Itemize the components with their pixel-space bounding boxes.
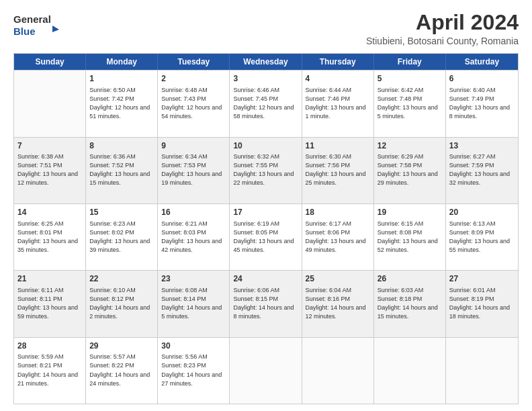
day-number: 2 (161, 73, 226, 85)
calendar-cell: 2Sunrise: 6:48 AM Sunset: 7:43 PM Daylig… (158, 71, 230, 136)
day-number: 3 (233, 73, 298, 85)
calendar-header-day: Wednesday (230, 54, 302, 70)
day-info: Sunrise: 6:27 AM Sunset: 7:59 PM Dayligh… (449, 152, 515, 187)
day-info: Sunrise: 6:32 AM Sunset: 7:55 PM Dayligh… (233, 152, 298, 187)
header: GeneralBlue April 2024 Stiubieni, Botosa… (13, 11, 519, 46)
calendar-cell: 6Sunrise: 6:40 AM Sunset: 7:49 PM Daylig… (446, 71, 518, 136)
day-info: Sunrise: 5:59 AM Sunset: 8:21 PM Dayligh… (17, 353, 82, 387)
day-info: Sunrise: 6:03 AM Sunset: 8:18 PM Dayligh… (378, 286, 442, 321)
day-info: Sunrise: 6:25 AM Sunset: 8:01 PM Dayligh… (17, 220, 82, 255)
calendar-cell: 17Sunrise: 6:19 AM Sunset: 8:05 PM Dayli… (230, 204, 302, 270)
calendar-cell: 20Sunrise: 6:13 AM Sunset: 8:09 PM Dayli… (446, 204, 518, 270)
logo-svg: GeneralBlue (13, 11, 67, 38)
day-info: Sunrise: 6:19 AM Sunset: 8:05 PM Dayligh… (233, 220, 298, 255)
day-number: 25 (306, 273, 370, 285)
day-number: 30 (161, 340, 226, 352)
calendar-header-row: SundayMondayTuesdayWednesdayThursdayFrid… (14, 54, 518, 70)
day-number: 24 (233, 273, 298, 285)
day-info: Sunrise: 6:50 AM Sunset: 7:42 PM Dayligh… (89, 86, 154, 121)
day-info: Sunrise: 6:29 AM Sunset: 7:58 PM Dayligh… (378, 152, 442, 187)
day-number: 26 (378, 273, 442, 285)
day-number: 6 (449, 73, 515, 85)
day-info: Sunrise: 6:42 AM Sunset: 7:48 PM Dayligh… (378, 86, 442, 121)
day-info: Sunrise: 5:56 AM Sunset: 8:23 PM Dayligh… (161, 353, 226, 387)
day-info: Sunrise: 6:15 AM Sunset: 8:08 PM Dayligh… (378, 220, 442, 255)
day-info: Sunrise: 6:40 AM Sunset: 7:49 PM Dayligh… (449, 86, 515, 121)
day-info: Sunrise: 5:57 AM Sunset: 8:22 PM Dayligh… (89, 353, 154, 387)
calendar-body: 1Sunrise: 6:50 AM Sunset: 7:42 PM Daylig… (14, 70, 518, 404)
calendar-cell: 3Sunrise: 6:46 AM Sunset: 7:45 PM Daylig… (230, 71, 302, 136)
day-info: Sunrise: 6:17 AM Sunset: 8:06 PM Dayligh… (306, 220, 370, 255)
calendar-cell: 24Sunrise: 6:06 AM Sunset: 8:15 PM Dayli… (230, 271, 302, 336)
day-number: 20 (449, 207, 515, 218)
day-number: 16 (161, 207, 226, 218)
day-number: 19 (378, 207, 442, 218)
calendar-cell: 25Sunrise: 6:04 AM Sunset: 8:16 PM Dayli… (302, 271, 374, 336)
calendar-cell (446, 338, 518, 404)
day-number: 18 (306, 207, 370, 218)
day-info: Sunrise: 6:06 AM Sunset: 8:15 PM Dayligh… (233, 286, 298, 321)
calendar-header-day: Friday (374, 54, 446, 70)
logo: GeneralBlue (13, 11, 67, 38)
calendar-header-day: Sunday (14, 54, 86, 70)
day-info: Sunrise: 6:23 AM Sunset: 8:02 PM Dayligh… (89, 220, 154, 255)
day-number: 9 (161, 140, 226, 152)
day-number: 23 (161, 273, 226, 285)
day-info: Sunrise: 6:46 AM Sunset: 7:45 PM Dayligh… (233, 86, 298, 121)
day-number: 11 (306, 140, 370, 152)
day-info: Sunrise: 6:13 AM Sunset: 8:09 PM Dayligh… (449, 220, 515, 255)
calendar-header-day: Monday (86, 54, 158, 70)
day-number: 22 (89, 273, 154, 285)
day-number: 29 (89, 340, 154, 352)
calendar-week: 7Sunrise: 6:38 AM Sunset: 7:51 PM Daylig… (14, 137, 518, 203)
svg-text:General: General (13, 13, 51, 25)
day-number: 15 (89, 207, 154, 218)
day-info: Sunrise: 6:10 AM Sunset: 8:12 PM Dayligh… (89, 286, 154, 321)
calendar-header-day: Saturday (446, 54, 518, 70)
day-number: 13 (449, 140, 515, 152)
calendar-cell: 15Sunrise: 6:23 AM Sunset: 8:02 PM Dayli… (86, 204, 158, 270)
calendar: SundayMondayTuesdayWednesdayThursdayFrid… (13, 53, 519, 404)
day-number: 27 (449, 273, 515, 285)
day-info: Sunrise: 6:30 AM Sunset: 7:56 PM Dayligh… (306, 152, 370, 187)
title-block: April 2024 Stiubieni, Botosani County, R… (366, 11, 519, 46)
calendar-header-day: Thursday (302, 54, 374, 70)
day-info: Sunrise: 6:01 AM Sunset: 8:19 PM Dayligh… (449, 286, 515, 321)
day-info: Sunrise: 6:38 AM Sunset: 7:51 PM Dayligh… (17, 152, 82, 187)
day-info: Sunrise: 6:48 AM Sunset: 7:43 PM Dayligh… (161, 86, 226, 121)
calendar-week: 1Sunrise: 6:50 AM Sunset: 7:42 PM Daylig… (14, 70, 518, 136)
calendar-cell: 9Sunrise: 6:34 AM Sunset: 7:53 PM Daylig… (158, 138, 230, 203)
day-info: Sunrise: 6:11 AM Sunset: 8:11 PM Dayligh… (17, 286, 82, 321)
day-number: 12 (378, 140, 442, 152)
calendar-cell: 28Sunrise: 5:59 AM Sunset: 8:21 PM Dayli… (14, 338, 86, 404)
calendar-cell: 8Sunrise: 6:36 AM Sunset: 7:52 PM Daylig… (86, 138, 158, 203)
calendar-header-day: Tuesday (158, 54, 230, 70)
calendar-week: 28Sunrise: 5:59 AM Sunset: 8:21 PM Dayli… (14, 337, 518, 404)
day-info: Sunrise: 6:34 AM Sunset: 7:53 PM Dayligh… (161, 152, 226, 187)
main-title: April 2024 (366, 11, 519, 34)
calendar-cell: 26Sunrise: 6:03 AM Sunset: 8:18 PM Dayli… (374, 271, 446, 336)
day-number: 8 (89, 140, 154, 152)
calendar-cell: 5Sunrise: 6:42 AM Sunset: 7:48 PM Daylig… (374, 71, 446, 136)
calendar-cell: 16Sunrise: 6:21 AM Sunset: 8:03 PM Dayli… (158, 204, 230, 270)
day-number: 4 (306, 73, 370, 85)
subtitle: Stiubieni, Botosani County, Romania (366, 36, 519, 46)
day-number: 5 (378, 73, 442, 85)
calendar-cell: 11Sunrise: 6:30 AM Sunset: 7:56 PM Dayli… (302, 138, 374, 203)
day-number: 10 (233, 140, 298, 152)
day-info: Sunrise: 6:36 AM Sunset: 7:52 PM Dayligh… (89, 152, 154, 187)
calendar-cell: 12Sunrise: 6:29 AM Sunset: 7:58 PM Dayli… (374, 138, 446, 203)
calendar-cell: 21Sunrise: 6:11 AM Sunset: 8:11 PM Dayli… (14, 271, 86, 336)
day-number: 28 (17, 340, 82, 352)
calendar-cell: 30Sunrise: 5:56 AM Sunset: 8:23 PM Dayli… (158, 338, 230, 404)
svg-marker-2 (52, 26, 59, 32)
day-number: 17 (233, 207, 298, 218)
day-info: Sunrise: 6:04 AM Sunset: 8:16 PM Dayligh… (306, 286, 370, 321)
calendar-week: 21Sunrise: 6:11 AM Sunset: 8:11 PM Dayli… (14, 270, 518, 336)
calendar-cell (14, 71, 86, 136)
day-info: Sunrise: 6:21 AM Sunset: 8:03 PM Dayligh… (161, 220, 226, 255)
svg-text:Blue: Blue (13, 26, 36, 37)
calendar-cell: 14Sunrise: 6:25 AM Sunset: 8:01 PM Dayli… (14, 204, 86, 270)
day-number: 7 (17, 140, 82, 152)
day-number: 1 (89, 73, 154, 85)
